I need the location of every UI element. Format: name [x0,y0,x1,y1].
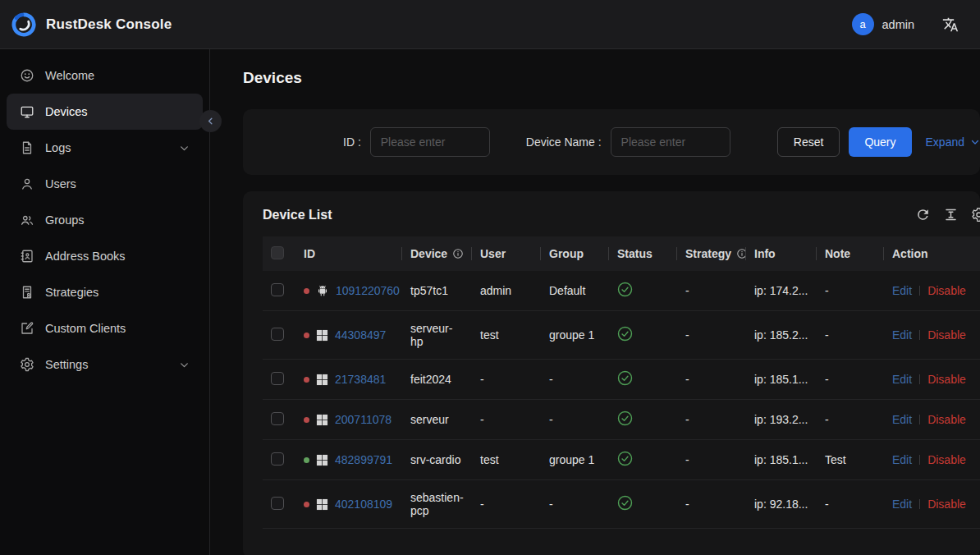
row-checkbox[interactable] [271,497,284,510]
group-icon [20,213,34,227]
device-id-link[interactable]: 44308497 [335,328,386,342]
sidebar-item-users[interactable]: Users [7,166,203,202]
expand-link[interactable]: Expand [926,135,980,149]
user-avatar[interactable]: a [852,13,874,35]
group-cell: - [541,400,609,440]
disable-button[interactable]: Disable [927,453,966,466]
row-select-cell [263,440,295,480]
offline-status-dot [304,377,309,383]
refresh-icon[interactable] [915,207,931,222]
sidebar-item-label: Settings [45,358,88,371]
row-height-icon[interactable] [943,207,959,222]
edit-button[interactable]: Edit [892,284,912,297]
row-checkbox[interactable] [271,452,284,466]
device-name-input[interactable] [611,127,730,157]
sidebar-item-strategies[interactable]: Strategies [7,274,203,310]
offline-status-dot [304,502,309,507]
row-select-cell [263,271,295,311]
user-cell: test [472,440,541,480]
user-icon [20,177,34,191]
language-translate-icon[interactable] [942,16,959,33]
row-checkbox[interactable] [271,283,284,296]
chevron-down-icon[interactable] [179,143,190,154]
edit-button[interactable]: Edit [892,498,912,511]
status-ok-icon [617,370,633,386]
sidebar-item-settings[interactable]: Settings [7,346,203,383]
user-cell: test [472,311,541,360]
online-status-dot [304,457,309,463]
table-settings-gear-icon[interactable] [971,207,980,222]
select-all-checkbox[interactable] [271,246,284,259]
filter-panel: ID : Device Name : Reset Query Expand [243,109,980,175]
edit-button[interactable]: Edit [892,328,912,342]
select-all-header [263,236,295,271]
note-cell: - [817,480,884,529]
device-id-link[interactable]: 482899791 [335,453,392,466]
gear-icon [20,357,34,372]
table-row: 402108109sebastien-pcp---ip: 92.18...-Ed… [263,480,980,529]
sidebar-item-address-books[interactable]: Address Books [7,238,203,274]
sidebar-item-label: Custom Clients [45,322,126,335]
sidebar-item-logs[interactable]: Logs [7,130,203,166]
status-cell [609,271,677,311]
disable-button[interactable]: Disable [927,373,966,386]
sidebar-item-groups[interactable]: Groups [7,202,203,238]
row-checkbox[interactable] [271,328,284,341]
edit-button[interactable]: Edit [892,413,912,426]
info-icon[interactable] [452,248,464,259]
windows-icon [316,454,328,466]
column-header-status: Status [609,236,677,271]
sidebar-item-devices[interactable]: Devices [7,94,203,130]
device-id-link[interactable]: 21738481 [335,373,386,386]
sidebar-item-welcome[interactable]: Welcome [7,57,203,94]
reset-button[interactable]: Reset [777,127,840,157]
edit-button[interactable]: Edit [892,453,912,466]
user-cell: - [472,360,541,400]
query-button[interactable]: Query [849,127,911,157]
sidebar-item-custom-clients[interactable]: Custom Clients [7,310,203,346]
edit-square-icon [20,321,34,336]
action-cell: EditDisable [884,311,980,360]
document-icon [20,140,34,155]
group-cell: - [541,480,609,529]
column-header-strategy: Strategy [677,236,746,271]
row-checkbox[interactable] [271,412,284,425]
sidebar-collapse-button[interactable] [199,110,222,132]
disable-button[interactable]: Disable [927,328,966,342]
info-cell: ip: 174.2... [746,271,817,311]
sidebar-item-label: Devices [45,105,88,118]
rustdesk-logo-icon [11,12,36,37]
action-cell: EditDisable [884,440,980,480]
device-id-link[interactable]: 200711078 [335,413,392,426]
device-name-cell: feit2024 [402,360,472,400]
table-row: 482899791srv-cardiotestgroupe 1-ip: 185.… [263,440,980,480]
topbar: RustDesk Console a admin [0,0,980,49]
action-divider [919,374,920,384]
column-header-group: Group [541,236,609,271]
device-id-cell: 200711078 [295,400,402,440]
disable-button[interactable]: Disable [927,284,966,297]
username[interactable]: admin [882,18,915,31]
action-cell: EditDisable [884,400,980,440]
disable-button[interactable]: Disable [927,413,966,426]
device-id-link[interactable]: 1091220760 [336,284,400,297]
sidebar-item-label: Groups [45,213,85,227]
windows-icon [316,498,328,511]
disable-button[interactable]: Disable [927,498,966,511]
main-content: Devices ID : Device Name : Reset Query E… [210,49,980,555]
column-header-action: Action [884,236,980,271]
chevron-down-icon[interactable] [179,360,190,370]
note-cell: - [817,271,884,311]
address-book-icon [20,249,34,264]
device-id-cell: 402108109 [295,480,402,529]
id-input[interactable] [370,127,490,157]
row-checkbox[interactable] [271,372,284,385]
sidebar-item-label: Logs [45,141,71,154]
table-row: 44308497serveur-hptestgroupe 1-ip: 185.2… [263,311,980,360]
status-cell [609,480,677,529]
status-ok-icon [617,282,633,297]
device-id-link[interactable]: 402108109 [335,498,392,511]
strategy-cell: - [677,400,746,440]
device-id-cell: 1091220760 [295,271,402,311]
edit-button[interactable]: Edit [892,373,912,386]
